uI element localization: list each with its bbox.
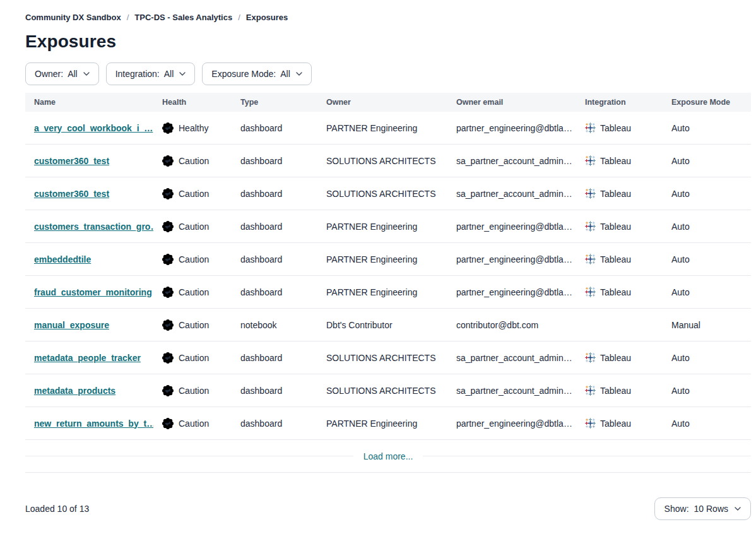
exposure-name-link[interactable]: customers_transaction_gro… xyxy=(34,222,153,232)
exposure-mode-cell: Auto xyxy=(663,222,751,232)
owner-cell: SOLUTIONS ARCHITECTS xyxy=(317,386,447,396)
owner-email-cell: partner_engineering@dbtla… xyxy=(447,123,576,133)
show-rows-button[interactable]: Show: 10 Rows xyxy=(654,497,751,520)
integration-label: Tableau xyxy=(600,156,631,166)
divider xyxy=(25,456,353,456)
owner-cell: PARTNER Engineering xyxy=(317,418,447,429)
owner-email-cell: sa_partner_account_admin… xyxy=(447,189,576,199)
integration-label: Tableau xyxy=(600,123,631,133)
exposure-name-link[interactable]: metadata_products xyxy=(34,386,115,396)
integration-label: Tableau xyxy=(600,418,631,429)
type-cell: dashboard xyxy=(232,418,317,429)
health-label: Caution xyxy=(179,320,209,330)
tableau-icon xyxy=(585,221,596,232)
owner-cell: SOLUTIONS ARCHITECTS xyxy=(317,353,447,363)
exposures-page: Community DX Sandbox / TPC-DS - Sales An… xyxy=(0,0,756,534)
exposure-name-link[interactable]: embeddedtile xyxy=(34,254,91,264)
owner-email-cell: partner_engineering@dbtla… xyxy=(447,287,576,297)
owner-cell: SOLUTIONS ARCHITECTS xyxy=(317,156,447,166)
integration-label: Tableau xyxy=(600,254,631,264)
exposures-table: Name Health Type Owner Owner email Integ… xyxy=(25,93,751,473)
type-cell: dashboard xyxy=(232,254,317,264)
filter-bar: Owner: All Integration: All Exposure Mod… xyxy=(25,62,751,85)
integration-label: Tableau xyxy=(600,222,631,232)
breadcrumb-current: Exposures xyxy=(246,13,288,22)
integration-filter-button[interactable]: Integration: All xyxy=(106,62,196,85)
integration-cell: Tableau xyxy=(576,122,663,133)
breadcrumb-separator: / xyxy=(238,13,240,22)
exposure-name-link[interactable]: new_return_amounts_by_t… xyxy=(34,418,153,429)
health-seal-icon xyxy=(162,155,174,167)
breadcrumb-project[interactable]: Community DX Sandbox xyxy=(25,13,121,22)
health-seal-icon xyxy=(162,188,174,199)
exposure-mode-filter-label: Exposure Mode: xyxy=(211,69,276,79)
type-cell: dashboard xyxy=(232,287,317,297)
exposure-mode-cell: Auto xyxy=(663,254,751,264)
column-header-name: Name xyxy=(25,98,153,107)
footer-bar: Loaded 10 of 13 Show: 10 Rows xyxy=(25,497,751,520)
table-row: a_very_cool_workbook_i_… Healthy dashboa… xyxy=(25,112,751,145)
type-cell: dashboard xyxy=(232,123,317,133)
owner-email-cell: partner_engineering@dbtla… xyxy=(447,418,576,429)
exposure-name-link[interactable]: customer360_test xyxy=(34,156,109,166)
tableau-icon xyxy=(585,385,596,396)
type-cell: dashboard xyxy=(232,189,317,199)
integration-cell: Tableau xyxy=(576,188,663,199)
health-seal-icon xyxy=(162,319,174,331)
tableau-icon xyxy=(585,352,596,363)
integration-cell: Tableau xyxy=(576,221,663,232)
owner-cell: Dbt's Contributor xyxy=(317,320,447,330)
column-header-integration: Integration xyxy=(576,98,663,107)
show-rows-label: Show: xyxy=(664,504,689,514)
owner-email-cell: partner_engineering@dbtla… xyxy=(447,222,576,232)
integration-label: Tableau xyxy=(600,189,631,199)
table-row: customer360_test Caution dashboard SOLUT… xyxy=(25,145,751,177)
exposure-mode-filter-value: All xyxy=(280,69,290,79)
breadcrumb-separator: / xyxy=(127,13,129,22)
health-label: Caution xyxy=(179,222,209,232)
health-label: Caution xyxy=(179,353,209,363)
integration-filter-value: All xyxy=(164,69,174,79)
health-label: Caution xyxy=(179,156,209,166)
load-more-link[interactable]: Load more... xyxy=(353,451,423,461)
show-rows-value: 10 Rows xyxy=(694,504,728,514)
health-label: Caution xyxy=(179,189,209,199)
breadcrumb-environment[interactable]: TPC-DS - Sales Analytics xyxy=(134,13,232,22)
owner-email-cell: partner_engineering@dbtla… xyxy=(447,254,576,264)
exposure-name-link[interactable]: customer360_test xyxy=(34,189,109,199)
health-seal-icon xyxy=(162,122,174,134)
owner-cell: SOLUTIONS ARCHITECTS xyxy=(317,189,447,199)
table-row: new_return_amounts_by_t… Caution dashboa… xyxy=(25,407,751,440)
owner-email-cell: sa_partner_account_admin… xyxy=(447,353,576,363)
health-label: Caution xyxy=(179,254,209,264)
health-seal-icon xyxy=(162,287,174,298)
owner-cell: PARTNER Engineering xyxy=(317,287,447,297)
owner-email-cell: sa_partner_account_admin… xyxy=(447,156,576,166)
tableau-icon xyxy=(585,254,596,264)
owner-filter-button[interactable]: Owner: All xyxy=(25,62,99,85)
integration-cell: Tableau xyxy=(576,287,663,297)
health-label: Caution xyxy=(179,287,209,297)
exposure-name-link[interactable]: fraud_customer_monitoring xyxy=(34,287,152,297)
health-seal-icon xyxy=(162,385,174,396)
exposure-mode-filter-button[interactable]: Exposure Mode: All xyxy=(202,62,312,85)
exposure-mode-cell: Auto xyxy=(663,287,751,297)
owner-email-cell: contributor@dbt.com xyxy=(447,320,576,330)
exposure-name-link[interactable]: a_very_cool_workbook_i_… xyxy=(34,123,153,133)
health-label: Healthy xyxy=(179,123,208,133)
tableau-icon xyxy=(585,287,596,297)
integration-label: Tableau xyxy=(600,386,631,396)
table-row: fraud_customer_monitoring Caution dashbo… xyxy=(25,276,751,309)
chevron-down-icon xyxy=(83,72,90,76)
exposure-mode-cell: Manual xyxy=(663,320,751,330)
integration-cell: Tableau xyxy=(576,385,663,396)
exposure-name-link[interactable]: metadata_people_tracker xyxy=(34,353,141,363)
exposure-mode-cell: Auto xyxy=(663,189,751,199)
type-cell: dashboard xyxy=(232,156,317,166)
exposure-mode-cell: Auto xyxy=(663,123,751,133)
type-cell: dashboard xyxy=(232,222,317,232)
owner-filter-value: All xyxy=(68,69,78,79)
exposures-table-body: a_very_cool_workbook_i_… Healthy dashboa… xyxy=(25,112,751,440)
exposure-name-link[interactable]: manual_exposure xyxy=(34,320,109,330)
table-header-row: Name Health Type Owner Owner email Integ… xyxy=(25,93,751,112)
